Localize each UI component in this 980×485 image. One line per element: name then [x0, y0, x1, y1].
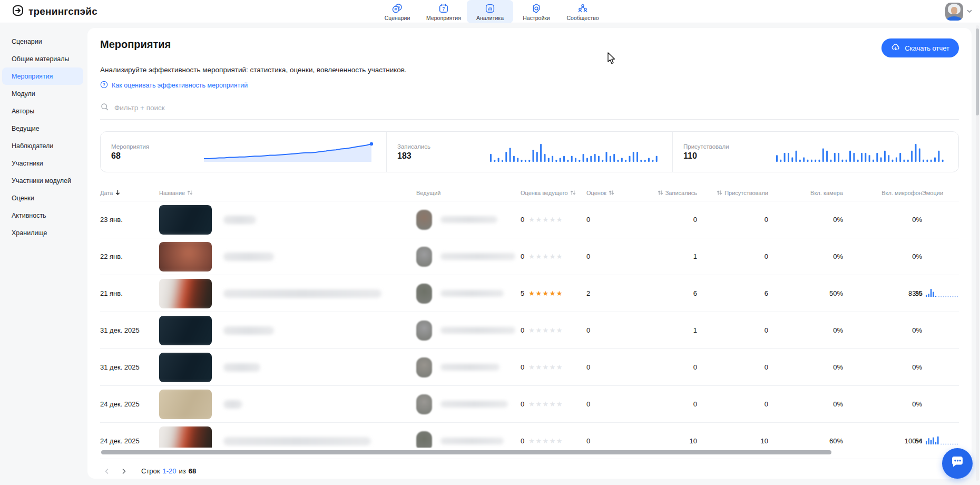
column-header[interactable]: Записались — [636, 190, 697, 197]
lead-name-redacted — [440, 364, 499, 371]
download-report-button[interactable]: Скачать отчет — [881, 38, 959, 57]
column-header: Эмоции — [922, 190, 959, 196]
table-row[interactable]: 31 дек. 20250★★★★★0000%0% — [100, 348, 959, 385]
column-header: Вкл. камера — [768, 190, 843, 196]
nav-community[interactable]: Сообщество — [560, 0, 606, 23]
sidebar-item-label: Активность — [12, 212, 46, 219]
sidebar-item-authors[interactable]: Авторы — [2, 102, 83, 120]
column-header: Вкл. микрофон — [843, 190, 922, 196]
lead-avatar — [416, 357, 432, 377]
emotions-mini-chart — [925, 435, 959, 447]
nav-analytics[interactable]: Аналитика — [467, 0, 513, 23]
logo-text: тренингспэйс — [28, 6, 97, 17]
help-link[interactable]: ? Как оценивать эффективность мероприяти… — [100, 81, 248, 90]
mic-on-percent: 0% — [843, 363, 922, 371]
column-header[interactable]: Дата — [100, 189, 159, 197]
event-date: 23 янв. — [100, 216, 159, 224]
sidebar-item-label: Модули — [12, 90, 35, 98]
sidebar-item-storage[interactable]: Хранилище — [2, 224, 83, 241]
column-header[interactable]: Оценка ведущего — [521, 190, 586, 197]
svg-text:?: ? — [103, 82, 105, 87]
table-row[interactable]: 21 янв.5★★★★★26650%83%35 — [100, 275, 959, 312]
table-row[interactable]: 24 дек. 20250★★★★★0101060%100%54 — [100, 422, 959, 448]
rating-stars: ★★★★★ — [528, 437, 563, 445]
chat-button[interactable] — [942, 448, 973, 479]
top-nav: Сценарии7МероприятияАналитикаНастройкиСо… — [374, 0, 606, 23]
vertical-scrollbar-thumb[interactable] — [976, 28, 979, 115]
avatar[interactable] — [945, 3, 963, 21]
camera-on-percent: 0% — [768, 363, 843, 371]
registered-count: 0 — [636, 216, 697, 224]
sidebar-item-events[interactable]: Мероприятия — [2, 67, 83, 85]
ratings-count: 0 — [586, 216, 636, 224]
sidebar-item-label: Мероприятия — [12, 73, 53, 80]
stat-value: 110 — [683, 151, 729, 161]
lead-rating-value: 0 — [521, 253, 524, 260]
stat-card-section: Присутствовали110 — [672, 132, 958, 172]
sidebar-item-module-participants[interactable]: Участники модулей — [2, 172, 83, 189]
sidebar-item-observers[interactable]: Наблюдатели — [2, 137, 83, 154]
ratings-count: 0 — [586, 400, 636, 408]
stat-sparkline — [775, 141, 949, 163]
table-row[interactable]: 31 дек. 20250★★★★★0100%0% — [100, 312, 959, 348]
nav-scenarios[interactable]: Сценарии — [374, 0, 420, 23]
event-thumbnail — [159, 279, 212, 308]
emotions-value: 35 — [915, 289, 923, 297]
column-header[interactable]: Присутствовали — [697, 190, 768, 197]
prev-page-button[interactable] — [100, 464, 114, 478]
rating-stars: ★★★★★ — [528, 216, 563, 224]
event-date: 22 янв. — [100, 253, 159, 260]
nav-settings[interactable]: Настройки — [513, 0, 560, 23]
cloud-download-icon — [891, 43, 900, 54]
nav-label: Сообщество — [567, 15, 599, 21]
sort-down-icon — [115, 189, 121, 197]
camera-on-percent: 0% — [768, 326, 843, 334]
horizontal-scrollbar-thumb[interactable] — [101, 450, 831, 454]
column-label: Оценок — [586, 190, 606, 196]
account-menu[interactable] — [945, 2, 973, 21]
nav-events[interactable]: 7Мероприятия — [420, 0, 467, 23]
events-icon: 7 — [438, 3, 449, 14]
ratings-count: 0 — [586, 326, 636, 334]
column-label: Вкл. камера — [810, 190, 843, 196]
event-title-redacted — [223, 437, 371, 445]
table-row[interactable]: 23 янв.0★★★★★0000%0% — [100, 201, 959, 238]
question-icon: ? — [100, 81, 108, 90]
scenarios-icon — [391, 3, 403, 14]
download-report-label: Скачать отчет — [905, 44, 949, 52]
event-date: 31 дек. 2025 — [100, 326, 159, 334]
column-header[interactable]: Оценок — [586, 190, 636, 197]
ratings-count: 0 — [586, 363, 636, 371]
analytics-icon — [484, 3, 496, 14]
vertical-scrollbar[interactable] — [976, 25, 979, 481]
sidebar-item-label: Хранилище — [12, 229, 47, 237]
rows-total: 68 — [189, 467, 196, 475]
next-page-button[interactable] — [117, 464, 131, 478]
table-header: ДатаНазваниеВедущийОценка ведущегоОценок… — [100, 185, 959, 201]
search-bar[interactable] — [100, 102, 959, 120]
chevron-down-icon — [966, 7, 973, 16]
column-header[interactable]: Название — [159, 190, 416, 197]
column-label: Дата — [100, 190, 113, 196]
app-logo[interactable]: тренингспэйс — [12, 0, 97, 23]
table-row[interactable]: 24 дек. 20250★★★★★0000%0% — [100, 385, 959, 422]
search-input[interactable] — [114, 104, 959, 112]
sidebar-item-shared-materials[interactable]: Общие материалы — [2, 50, 83, 67]
sidebar-item-modules[interactable]: Модули — [2, 85, 83, 102]
sidebar-item-participants[interactable]: Участники — [2, 154, 83, 172]
sidebar-item-leads[interactable]: Ведущие — [2, 120, 83, 137]
horizontal-scrollbar[interactable] — [100, 450, 959, 454]
stat-label: Присутствовали — [683, 143, 729, 150]
lead-rating-value: 0 — [521, 216, 524, 224]
pagination: Строк 1-20 из 68 — [100, 459, 959, 479]
sidebar-item-activity[interactable]: Активность — [2, 207, 83, 224]
lead-name-redacted — [440, 253, 515, 260]
sidebar-item-label: Наблюдатели — [12, 142, 53, 150]
table-row[interactable]: 22 янв.0★★★★★0100%0% — [100, 238, 959, 275]
sidebar-item-ratings[interactable]: Оценки — [2, 189, 83, 207]
column-label: Присутствовали — [724, 190, 768, 196]
event-title-redacted — [223, 363, 260, 372]
sidebar-item-label: Участники модулей — [12, 177, 71, 185]
sidebar-item-scenarios[interactable]: Сценарии — [2, 33, 83, 50]
event-title-redacted — [223, 400, 242, 409]
